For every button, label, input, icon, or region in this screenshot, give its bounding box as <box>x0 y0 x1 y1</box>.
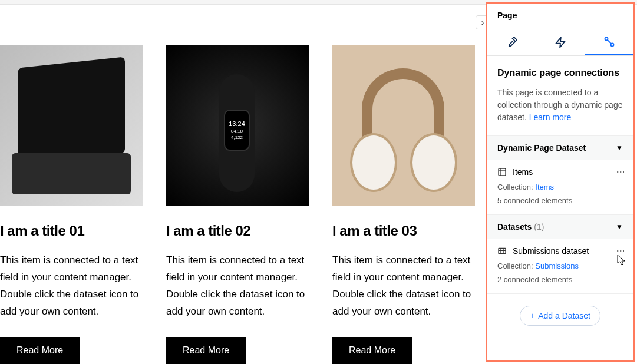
table-icon <box>497 246 507 256</box>
group-datasets[interactable]: Datasets (1) ▼ <box>487 214 633 239</box>
tab-design[interactable] <box>487 29 536 55</box>
watch-date: 04.10 <box>231 128 243 134</box>
section-title: Dynamic page connections <box>497 68 623 78</box>
dataset-row-submissions[interactable]: Submissions dataset ··· <box>487 239 633 258</box>
dataset-collection: Collection: Submissions <box>487 258 633 272</box>
panel-intro-section: Dynamic page connections This page is co… <box>487 56 633 135</box>
product-card: I am a title 01 This item is connected t… <box>0 45 143 364</box>
plus-icon: + <box>530 311 534 320</box>
watch-face: 13:24 04.10 4,122 <box>224 110 250 151</box>
brush-icon <box>506 37 517 48</box>
read-more-button[interactable]: Read More <box>166 337 246 364</box>
product-image-watch: 13:24 04.10 4,122 <box>166 45 309 206</box>
product-image-tablet <box>0 45 143 206</box>
product-image-headphones <box>332 45 475 206</box>
dataset-name: Submissions dataset <box>513 246 589 256</box>
collection-link[interactable]: Submissions <box>535 262 579 270</box>
watch-steps: 4,122 <box>231 135 243 140</box>
card-description: This item is connected to a text field i… <box>0 252 143 320</box>
card-description: This item is connected to a text field i… <box>166 252 309 320</box>
dataset-connected-elements: 2 connected elements <box>487 272 633 293</box>
headphone-cup-right <box>410 133 457 192</box>
group-title-wrap: Datasets (1) <box>497 222 544 231</box>
more-icon[interactable]: ··· <box>616 167 625 177</box>
collection-label: Collection: <box>497 183 535 191</box>
group-count: (1) <box>534 222 544 231</box>
headphone-cup-left <box>350 133 397 192</box>
dataset-connected-elements: 5 connected elements <box>487 193 633 214</box>
svg-rect-3 <box>499 168 506 176</box>
collection-label: Collection: <box>497 262 535 270</box>
add-dataset-section: + Add a Dataset <box>487 293 633 337</box>
read-more-button[interactable]: Read More <box>332 337 412 364</box>
caret-down-icon: ▼ <box>616 144 623 152</box>
panel-title: Page <box>487 4 633 25</box>
lightning-icon <box>555 37 566 48</box>
group-title: Dynamic Page Dataset <box>497 143 586 153</box>
svg-marker-0 <box>556 38 565 48</box>
more-icon[interactable]: ··· <box>616 246 625 256</box>
dataset-name: Items <box>513 167 533 177</box>
learn-more-link[interactable]: Learn more <box>529 112 572 122</box>
group-dynamic-page-dataset[interactable]: Dynamic Page Dataset ▼ <box>487 135 633 160</box>
card-title: I am a title 03 <box>332 223 475 239</box>
product-card: 13:24 04.10 4,122 I am a title 02 This i… <box>166 45 309 364</box>
card-title: I am a title 02 <box>166 223 309 239</box>
add-dataset-label: Add a Dataset <box>538 311 590 320</box>
dataset-row-items[interactable]: Items ··· <box>487 160 633 179</box>
caret-down-icon: ▼ <box>616 223 623 231</box>
section-description: This page is connected to a collection t… <box>497 87 623 124</box>
collection-link[interactable]: Items <box>535 183 554 191</box>
panel-tabs <box>487 29 633 56</box>
tab-interactions[interactable] <box>536 29 585 55</box>
dataset-icon <box>497 167 507 177</box>
watch-time: 13:24 <box>229 120 245 127</box>
connections-icon <box>603 36 615 48</box>
tab-connections[interactable] <box>585 29 633 55</box>
card-title: I am a title 01 <box>0 223 143 239</box>
group-title: Datasets <box>497 222 532 231</box>
read-more-button[interactable]: Read More <box>0 337 80 364</box>
product-card: I am a title 03 This item is connected t… <box>332 45 475 364</box>
dataset-collection: Collection: Items <box>487 179 633 193</box>
add-dataset-button[interactable]: + Add a Dataset <box>520 306 600 326</box>
card-description: This item is connected to a text field i… <box>332 252 475 320</box>
page-inspector-panel: Page Dynamic page connections This page … <box>486 2 635 362</box>
